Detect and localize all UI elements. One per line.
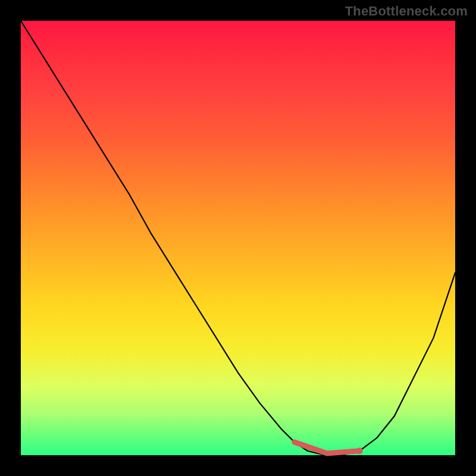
- valley-highlight: [295, 442, 360, 453]
- chart-frame: TheBottleneck.com: [0, 0, 476, 476]
- plot-area: [21, 21, 455, 455]
- watermark-text: TheBottleneck.com: [345, 4, 468, 19]
- bottleneck-curve: [21, 21, 455, 455]
- chart-svg: [21, 21, 455, 455]
- valley-dot: [356, 447, 363, 454]
